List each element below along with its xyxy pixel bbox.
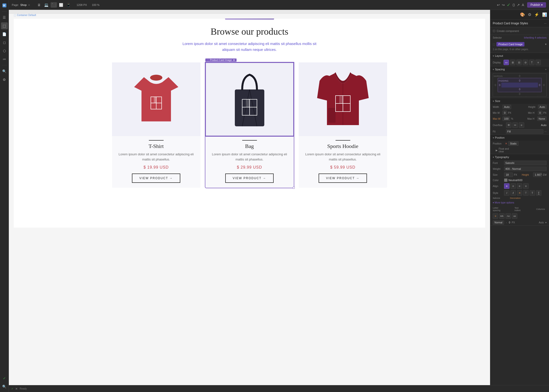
selector-chip[interactable]: Product Card Image: [496, 42, 524, 46]
align-right-btn[interactable]: ≡: [517, 183, 522, 189]
decoration-x-btn[interactable]: ✕: [517, 190, 522, 196]
view-product-hoodie-btn[interactable]: VIEW PRODUCT →: [319, 174, 367, 183]
product-card-bag[interactable]: ⬚ Product Card Image ⚙: [205, 62, 294, 188]
maxw-val[interactable]: 100: [503, 116, 510, 121]
type-aa-btn[interactable]: AA: [499, 213, 505, 219]
tablet-icon[interactable]: ⬛: [51, 2, 57, 8]
type-x-btn[interactable]: ✕: [493, 213, 498, 219]
pages-icon[interactable]: ☰: [1, 14, 8, 21]
desktop-icon[interactable]: 🖥: [36, 2, 42, 8]
navigator-panel-icon[interactable]: 📊: [542, 12, 547, 17]
product-card-tshirt[interactable]: T-Shirt Lorem ipsum dolor sit amet conse…: [112, 62, 200, 188]
align-justify-btn[interactable]: ≡: [523, 183, 529, 189]
overflow-visible-icon[interactable]: 👁: [506, 122, 511, 128]
minh-val[interactable]: 0: [538, 111, 542, 115]
fit-more-icon[interactable]: ···: [544, 130, 547, 133]
view-product-bag-btn[interactable]: VIEW PRODUCT →: [225, 174, 273, 183]
italic-btn[interactable]: I: [504, 190, 509, 196]
color-swatch[interactable]: [504, 178, 507, 182]
height-val[interactable]: Auto: [538, 105, 547, 109]
settings-panel-icon[interactable]: ⚙: [528, 12, 531, 17]
uppercase-btn[interactable]: T: [530, 190, 535, 196]
position-type[interactable]: Static: [508, 141, 519, 146]
more-type-options-toggle[interactable]: ▾ More type options: [490, 200, 549, 206]
color-row: Color Neutral/600: [490, 178, 549, 183]
margin-top-val[interactable]: 0: [519, 75, 521, 77]
normal-size-val[interactable]: 0: [509, 221, 510, 224]
display-more-btn[interactable]: ≡: [535, 60, 541, 65]
padding-right-val[interactable]: 0: [538, 84, 541, 87]
padding-left-val[interactable]: 0: [499, 84, 501, 87]
export-icon[interactable]: ↗: [517, 3, 520, 7]
selector-info: 1 on this page, 6 on other pages.: [490, 48, 549, 53]
display-block-btn[interactable]: ▭: [504, 60, 509, 65]
overflow-hidden-icon[interactable]: ✏: [512, 122, 518, 128]
assets-icon[interactable]: ◻: [1, 39, 8, 46]
display-text-btn[interactable]: T: [529, 60, 535, 65]
display-flex-btn[interactable]: ⊞: [510, 60, 515, 65]
preview-icon[interactable]: ✓: [507, 2, 510, 8]
width-val[interactable]: Auto: [503, 105, 511, 109]
status-x-icon[interactable]: ✕: [15, 387, 18, 391]
settings-icon[interactable]: ⚙: [1, 76, 8, 83]
spacing-section: ▾ Spacing + MARGIN 0 0: [490, 66, 549, 98]
align-left-btn[interactable]: ≡: [504, 183, 509, 189]
search-icon[interactable]: 🔍: [1, 68, 8, 75]
fit-label: Fit: [493, 130, 505, 133]
font-select[interactable]: Satoshi: [504, 161, 547, 165]
underline-btn[interactable]: T: [536, 190, 541, 196]
weight-select[interactable]: 400 - Normal: [504, 167, 547, 171]
cms-icon[interactable]: 📄: [1, 31, 8, 38]
selected-gear-icon[interactable]: ⚙: [233, 59, 235, 61]
undo-icon[interactable]: ↩: [497, 3, 500, 7]
maxh-val[interactable]: None: [537, 116, 547, 121]
create-component-row[interactable]: ⬡ Create component: [490, 27, 549, 35]
fit-select[interactable]: Fill Contain Cover None: [506, 129, 543, 134]
padding-top-val[interactable]: 0: [519, 79, 521, 82]
monitor-icon[interactable]: ⬜: [58, 2, 64, 8]
view-product-tshirt-btn[interactable]: VIEW PRODUCT →: [132, 174, 180, 183]
interactions-icon[interactable]: ≔: [1, 56, 8, 63]
redo-icon[interactable]: ↪: [502, 3, 505, 7]
margin-left-val[interactable]: 0: [494, 84, 497, 87]
size-typo-val[interactable]: 18: [504, 173, 513, 177]
page-canvas: ⬚ Container Default Browse our products …: [14, 19, 485, 228]
bold-italic-btn[interactable]: I: [510, 190, 516, 196]
product-card-hoodie[interactable]: Sports Hoodie Lorem ipsum dolor sit amet…: [299, 62, 387, 188]
mobile-icon[interactable]: 📱: [65, 2, 72, 8]
accessibility-icon[interactable]: A: [522, 3, 524, 7]
resize-handle[interactable]: [293, 187, 295, 189]
position-section-header[interactable]: ▾ Position: [490, 135, 549, 141]
normal-badge[interactable]: Normal: [493, 220, 504, 225]
panel-more-icon[interactable]: ···: [544, 22, 547, 25]
display-grid-btn[interactable]: ⊟: [516, 60, 522, 65]
size-section-header[interactable]: ▾ Size: [490, 98, 549, 104]
laptop-icon[interactable]: 💻: [43, 2, 50, 8]
float-row: ▶ Float and clear: [490, 146, 549, 154]
search-bottom-icon[interactable]: 🔍: [1, 383, 8, 390]
overflow-scroll-icon[interactable]: ≡: [519, 122, 524, 128]
minw-val[interactable]: 0: [503, 111, 507, 115]
styles-tab-icon[interactable]: 🎨: [520, 12, 525, 17]
height-typo-val[interactable]: 1.667: [533, 173, 542, 177]
superscript-btn[interactable]: ⊤: [523, 190, 529, 196]
align-center-btn[interactable]: ≡: [510, 183, 516, 189]
inheriting-label[interactable]: Inheriting 4 selectors: [524, 36, 547, 39]
padding-bottom-val[interactable]: 0: [519, 88, 521, 91]
layout-section-header[interactable]: ▾ Layout: [490, 53, 549, 59]
margin-bottom-val[interactable]: 0: [519, 93, 521, 95]
code-icon[interactable]: ⟨⟩: [512, 3, 515, 7]
margin-right-val[interactable]: 0: [542, 84, 546, 87]
display-none-btn[interactable]: ⊘: [523, 60, 528, 65]
symbols-icon[interactable]: ⬡: [1, 47, 8, 54]
webflow-logo[interactable]: W: [1, 2, 8, 9]
interactions-panel-icon[interactable]: ⚡: [534, 12, 539, 17]
type-a-lower-btn[interactable]: aa: [512, 213, 517, 219]
elements-icon[interactable]: ⬚: [1, 22, 8, 29]
selector-dropdown-icon[interactable]: ▾: [545, 43, 547, 46]
type-aa-upper-btn[interactable]: Aa: [506, 213, 511, 219]
typography-section-header[interactable]: ▾ Typography: [490, 154, 549, 160]
spacing-section-header[interactable]: ▾ Spacing +: [490, 66, 549, 72]
panel-title: Product Card Image Styles: [493, 22, 528, 25]
publish-button[interactable]: Publish ▾: [527, 2, 546, 8]
